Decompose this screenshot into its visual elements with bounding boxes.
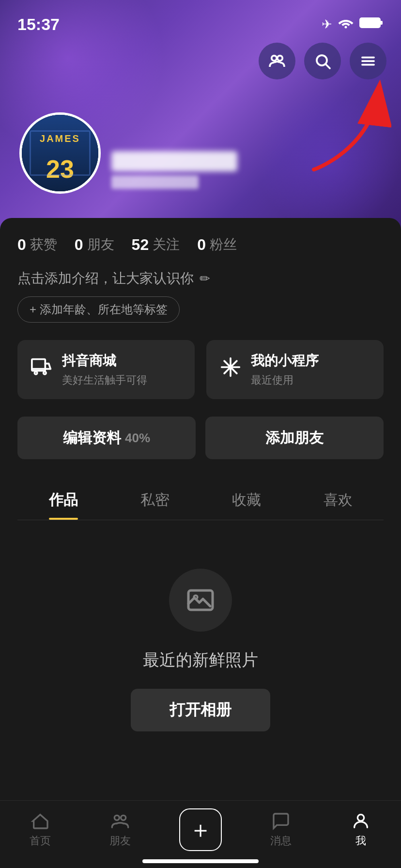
bio-text: 点击添加介绍，让大家认识你: [17, 269, 194, 288]
stat-following[interactable]: 52 关注: [132, 235, 180, 254]
friends-button[interactable]: [259, 43, 295, 79]
edit-bio-icon[interactable]: ✏: [200, 271, 210, 286]
nav-me[interactable]: 我: [321, 811, 401, 848]
empty-state: 最近的新鲜照片 打开相册: [17, 520, 384, 760]
tags-row: + 添加年龄、所在地等标签: [17, 296, 384, 323]
airplane-icon: ✈: [322, 17, 332, 32]
svg-rect-2: [380, 21, 383, 25]
avatar: JAMES 23: [19, 112, 101, 194]
shop-info: 抖音商城 美好生活触手可得: [62, 352, 147, 388]
battery-icon: [359, 16, 384, 32]
edit-profile-progress: 40%: [125, 431, 150, 446]
fans-label: 粉丝: [210, 235, 237, 254]
svg-rect-1: [360, 18, 380, 28]
bottom-nav: 首页 朋友 ＋ 消息 我: [0, 800, 401, 868]
open-album-button[interactable]: 打开相册: [131, 689, 270, 731]
miniprogram-title: 我的小程序: [251, 352, 319, 370]
nav-plus-icon: ＋: [189, 818, 212, 841]
svg-line-6: [326, 64, 330, 68]
likes-count: 0: [17, 236, 26, 254]
user-sub-blur: [111, 175, 199, 189]
svg-point-12: [34, 372, 37, 374]
username-area: [111, 151, 386, 189]
stats-row: 0 获赞 0 朋友 52 关注 0 粉丝: [17, 235, 384, 254]
stat-likes[interactable]: 0 获赞: [17, 235, 57, 254]
svg-point-16: [115, 815, 120, 820]
bio-row[interactable]: 点击添加介绍，让大家认识你 ✏: [17, 269, 384, 288]
miniprogram-info: 我的小程序 最近使用: [251, 352, 319, 388]
photo-icon: [186, 586, 215, 615]
miniprogram-sub: 最近使用: [251, 373, 319, 388]
edit-profile-label: 编辑资料: [63, 428, 121, 448]
nav-friends[interactable]: 朋友: [80, 811, 161, 848]
shop-title: 抖音商城: [62, 352, 147, 370]
nav-friends-label: 朋友: [109, 834, 131, 848]
stat-friends[interactable]: 0 朋友: [75, 235, 114, 254]
tab-private[interactable]: 私密: [109, 479, 200, 520]
profile-body: 0 获赞 0 朋友 52 关注 0 粉丝 点击添加介绍，让大家认识你 ✏ + 添…: [0, 218, 401, 868]
add-friend-button[interactable]: 添加朋友: [205, 417, 384, 459]
status-time: 15:37: [17, 15, 60, 34]
avatar-wrapper: JAMES 23: [19, 112, 101, 194]
message-icon: [271, 811, 291, 831]
profile-header: 15:37 ✈: [0, 0, 401, 232]
add-tags-button[interactable]: + 添加年龄、所在地等标签: [17, 296, 180, 323]
shop-icon: [31, 356, 52, 383]
likes-label: 获赞: [30, 235, 57, 254]
svg-point-17: [121, 815, 126, 820]
home-indicator: [142, 859, 259, 863]
friends-count: 0: [75, 236, 83, 254]
following-label: 关注: [153, 235, 180, 254]
douyin-shop-card[interactable]: 抖音商城 美好生活触手可得: [17, 340, 195, 399]
miniprogram-card[interactable]: 我的小程序 最近使用: [206, 340, 384, 399]
svg-point-0: [345, 26, 347, 28]
add-tags-label: + 添加年龄、所在地等标签: [30, 302, 168, 317]
home-icon: [31, 811, 50, 831]
fans-count: 0: [197, 236, 206, 254]
miniprogram-icon: [220, 356, 241, 383]
menu-button[interactable]: [350, 43, 386, 79]
add-friend-label: 添加朋友: [265, 428, 324, 448]
nav-home[interactable]: 首页: [0, 811, 80, 848]
nav-home-label: 首页: [30, 834, 51, 848]
tab-likes[interactable]: 喜欢: [292, 479, 384, 520]
tab-collection[interactable]: 收藏: [200, 479, 292, 520]
search-button[interactable]: [304, 43, 341, 79]
following-count: 52: [132, 236, 149, 254]
friends-label: 朋友: [87, 235, 114, 254]
shop-sub: 美好生活触手可得: [62, 373, 147, 388]
wifi-icon: [338, 17, 354, 32]
nav-messages[interactable]: 消息: [241, 811, 321, 848]
empty-title: 最近的新鲜照片: [143, 649, 258, 671]
svg-point-3: [272, 56, 277, 61]
empty-icon-wrap: [169, 569, 232, 632]
top-action-buttons: [259, 43, 386, 79]
svg-point-13: [44, 372, 46, 374]
feature-cards-row: 抖音商城 美好生活触手可得 我的小程序 最近使用: [17, 340, 384, 399]
avatar-image: JAMES 23: [22, 115, 98, 191]
nav-create[interactable]: ＋: [160, 808, 241, 851]
svg-point-18: [358, 814, 364, 821]
profile-action-row: 编辑资料 40% 添加朋友: [17, 417, 384, 459]
nav-friends-icon: [110, 811, 130, 831]
status-bar: 15:37 ✈: [0, 0, 401, 39]
nav-me-icon: [351, 811, 370, 831]
svg-point-4: [278, 56, 283, 61]
stat-fans[interactable]: 0 粉丝: [197, 235, 237, 254]
nav-messages-label: 消息: [270, 834, 292, 848]
nav-me-label: 我: [355, 834, 366, 848]
edit-profile-button[interactable]: 编辑资料 40%: [17, 417, 196, 459]
status-icons: ✈: [322, 16, 384, 32]
profile-tabs: 作品 私密 收藏 喜欢: [17, 479, 384, 520]
tab-works[interactable]: 作品: [17, 479, 109, 520]
username-blur: [111, 151, 237, 171]
nav-plus-button[interactable]: ＋: [179, 808, 222, 851]
